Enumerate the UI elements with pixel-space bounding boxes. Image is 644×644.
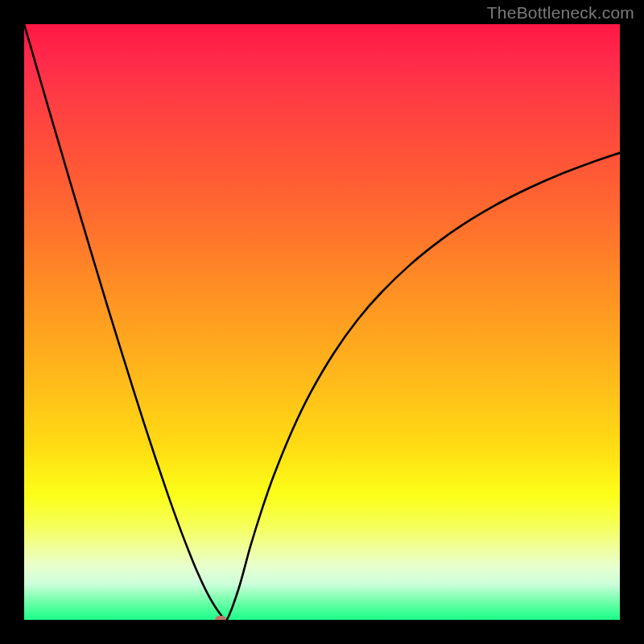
plot-area (24, 24, 620, 620)
optimal-point-marker (215, 616, 226, 620)
watermark-text: TheBottleneck.com (487, 3, 634, 23)
bottleneck-curve (24, 24, 620, 620)
curve-svg (24, 24, 620, 620)
